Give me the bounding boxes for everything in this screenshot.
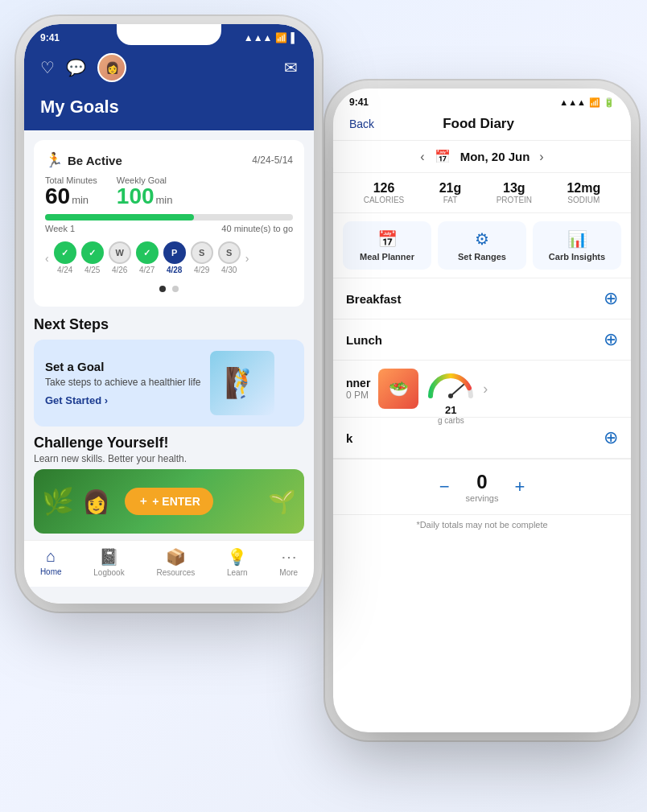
day-circle-4-25: ✓ <box>81 241 104 264</box>
activity-card: 🏃 Be Active 4/24-5/14 Total Minutes 60 m… <box>34 140 304 307</box>
nav-more-label: More <box>279 568 298 577</box>
day-4-27: ✓ 4/27 <box>136 241 159 274</box>
goal-card-text: Set a Goal Take steps to achieve a healt… <box>45 360 200 406</box>
total-min-value: 60 <box>45 185 70 208</box>
lunch-header: Lunch ⊕ <box>346 331 618 348</box>
set-ranges-label: Set Ranges <box>458 252 506 262</box>
progress-note: 40 minute(s) to go <box>221 224 293 233</box>
meal-planner-card[interactable]: 📅 Meal Planner <box>343 221 431 270</box>
day-4-26: W 4/26 <box>109 241 131 274</box>
add-breakfast-button[interactable]: ⊕ <box>604 290 618 307</box>
enter-button[interactable]: ＋ + ENTER <box>125 488 213 515</box>
sodium-macro: 12mg SODIUM <box>567 181 600 204</box>
phone1-my-goals: 9:41 ▲▲▲ 📶 ▌ ♡ 💬 👩 ✉ My Goals <box>24 24 314 604</box>
battery-icon: ▌ <box>291 32 298 43</box>
add-lunch-button[interactable]: ⊕ <box>604 331 618 348</box>
challenge-title: Challenge Yourself! <box>34 435 304 451</box>
week-row: Week 1 40 minute(s) to go <box>45 224 293 233</box>
day-4-30: S 4/30 <box>218 241 241 274</box>
disclaimer: *Daily totals may not be complete <box>333 514 631 534</box>
person-icon: 👩 <box>82 488 110 515</box>
svg-point-1 <box>448 394 453 398</box>
decrease-servings-button[interactable]: − <box>439 476 450 497</box>
weekly-goal-unit: min <box>156 194 173 206</box>
day-circle-4-26: W <box>109 241 131 264</box>
next-steps-title: Next Steps <box>34 316 304 333</box>
prev-date-arrow[interactable]: ‹ <box>420 150 424 164</box>
get-started-btn[interactable]: Get Started › <box>45 394 200 406</box>
snack-label: k <box>346 431 352 445</box>
back-button[interactable]: Back <box>349 117 374 130</box>
cal-icon: 📅 <box>435 149 451 164</box>
plus-icon: ＋ <box>138 494 149 509</box>
day-circle-4-27: ✓ <box>136 241 159 264</box>
nav-home[interactable]: ⌂ Home <box>40 547 62 577</box>
snack-header: k ⊕ <box>346 429 618 447</box>
enter-label: + ENTER <box>152 495 200 508</box>
protein-value: 13g <box>497 181 532 196</box>
calories-label: CALORIES <box>364 196 405 204</box>
avatar[interactable]: 👩 <box>97 53 126 82</box>
day-circle-4-24: ✓ <box>54 241 76 264</box>
servings-label: servings <box>466 493 499 503</box>
learn-icon: 💡 <box>227 547 247 567</box>
time1: 9:41 <box>40 32 60 43</box>
protein-label: PROTEIN <box>497 196 532 204</box>
dot-inactive <box>172 286 179 292</box>
day-circle-4-28[interactable]: P <box>163 241 186 264</box>
more-icon: ⋯ <box>281 547 297 567</box>
dinner-label: nner <box>346 377 370 390</box>
battery2-icon: 🔋 <box>604 97 615 108</box>
breakfast-header: Breakfast ⊕ <box>346 290 618 307</box>
nav-logbook[interactable]: 📓 Logbook <box>93 547 124 577</box>
macros-row: 126 CALORIES 21g FAT 13g PROTEIN 12mg SO… <box>333 173 631 213</box>
next-date-arrow[interactable]: › <box>539 150 543 164</box>
status-icons2: ▲▲▲ 📶 🔋 <box>559 97 615 108</box>
goals-title-text: My Goals <box>40 97 119 117</box>
dinner-row: nner 0 PM 🥗 <box>333 361 631 418</box>
day-circle-4-30: S <box>218 241 241 264</box>
meal-planner-label: Meal Planner <box>360 252 414 262</box>
signal-icon: ▲▲▲ <box>244 32 273 43</box>
serving-display: 0 servings <box>466 471 499 503</box>
nav-learn[interactable]: 💡 Learn <box>227 547 248 577</box>
nav-more[interactable]: ⋯ More <box>279 547 298 577</box>
food-diary-title: Food Diary <box>374 116 583 132</box>
carb-insights-label: Carb Insights <box>549 252 605 262</box>
mail-icon[interactable]: ✉ <box>284 58 298 77</box>
total-min-unit: min <box>72 194 89 206</box>
challenge-banner[interactable]: 🌿 👩 ＋ + ENTER 🌱 <box>34 469 304 534</box>
goal-card[interactable]: Set a Goal Take steps to achieve a healt… <box>34 340 304 427</box>
dinner-chevron-icon[interactable]: › <box>483 381 488 398</box>
carb-unit: g carbs <box>427 416 475 425</box>
heart-icon[interactable]: ♡ <box>40 58 55 77</box>
meal-planner-icon: 📅 <box>377 229 398 249</box>
add-snack-button[interactable]: ⊕ <box>604 429 618 447</box>
dinner-time-text: 0 PM <box>346 390 369 401</box>
challenge-section: Challenge Yourself! Learn new skills. Be… <box>34 435 304 534</box>
breakfast-label: Breakfast <box>346 292 401 306</box>
next-steps-section: Next Steps Set a Goal Take steps to achi… <box>24 316 314 534</box>
date-range: 4/24-5/14 <box>252 155 293 166</box>
set-ranges-card[interactable]: ⚙ Set Ranges <box>438 221 526 270</box>
increase-servings-button[interactable]: + <box>514 476 525 497</box>
dinner-food-image: 🥗 <box>378 369 418 409</box>
dinner-time: 0 PM <box>346 390 370 401</box>
next-day-arrow[interactable]: › <box>245 252 249 265</box>
status-icons1: ▲▲▲ 📶 ▌ <box>244 32 298 43</box>
sodium-value: 12mg <box>567 181 600 196</box>
carb-insights-card[interactable]: 📊 Carb Insights <box>533 221 621 270</box>
nav-resources[interactable]: 📦 Resources <box>156 547 195 577</box>
prev-day-arrow[interactable]: ‹ <box>45 252 49 265</box>
be-active-label: 🏃 Be Active <box>45 151 122 169</box>
servings-value: 0 <box>466 471 499 493</box>
lunch-label: Lunch <box>346 333 382 347</box>
phone2-food-diary: 9:41 ▲▲▲ 📶 🔋 Back Food Diary ‹ 📅 Mon, 20… <box>333 89 631 732</box>
plants-right-icon: 🌱 <box>268 488 296 515</box>
progress-bar-fill <box>45 214 194 221</box>
snack-section: k ⊕ <box>333 418 631 459</box>
chat-icon[interactable]: 💬 <box>66 58 86 77</box>
dinner-text: nner 0 PM <box>346 377 370 401</box>
person-ladder-icon: 🧗 <box>225 366 261 400</box>
carb-value: 21 <box>427 404 475 416</box>
